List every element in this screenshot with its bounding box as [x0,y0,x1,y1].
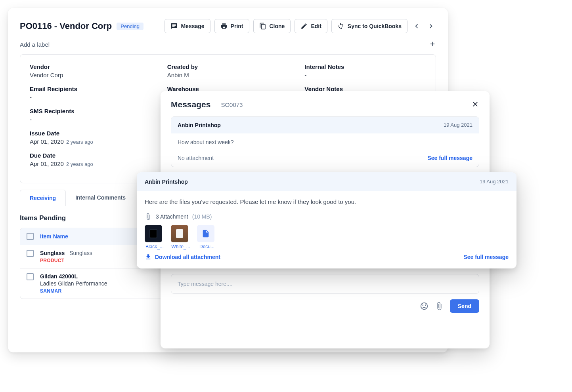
file-icon [201,229,210,238]
tab-receiving[interactable]: Receiving [20,190,66,206]
send-button[interactable]: Send [450,299,479,313]
edit-button[interactable]: Edit [295,19,327,33]
clone-icon [259,23,266,30]
col-item-name[interactable]: Item Name [40,233,68,240]
createdby-value: Anbin M [167,72,289,78]
plus-icon [429,40,436,48]
item-tag: PRODUCT [40,258,92,263]
sync-quickbooks-button[interactable]: Sync to QuickBooks [331,19,407,33]
item-name: Sunglass [40,250,65,256]
edit-icon [300,23,308,30]
messages-ref: SO0073 [221,101,243,108]
item-tag: SANMAR [40,288,107,294]
attachment-thumb[interactable] [197,225,214,242]
paperclip-icon [145,213,152,220]
full-message-body: Here are the files you've requested. Ple… [145,198,509,205]
issue-label: Issue Date [30,130,151,137]
close-button[interactable] [471,100,479,109]
due-label: Due Date [30,152,151,159]
full-message-card: Anbin Printshop 19 Aug 2021 Here are the… [137,172,517,268]
attachment-thumbs: Black_... White_... Docu... [145,225,509,249]
sms-value: - [30,116,151,123]
print-button[interactable]: Print [214,19,249,33]
message-card: Anbin Printshop 19 Aug 2021 How about ne… [171,116,479,167]
vendor-value: Vendor Corp [30,72,151,78]
issue-value: Apr 01, 20202 years ago [30,138,151,145]
prev-button[interactable] [411,19,422,33]
email-value: - [30,94,151,101]
createdby-label: Created by [167,63,289,70]
full-message-date: 19 Aug 2021 [480,179,509,185]
chevron-left-icon [412,22,421,30]
print-icon [220,23,228,30]
toolbar: Message Print Clone Edit Sync to QuickBo… [165,19,436,33]
sms-label: SMS Recipients [30,108,151,114]
download-icon [145,253,152,261]
close-icon [471,100,479,108]
sync-icon [337,23,344,30]
email-label: Email Recipients [30,86,151,92]
message-body: How about next week? [171,133,479,151]
attachment-thumb[interactable] [145,225,162,242]
po-title: PO0116 - Vendor Corp [20,21,112,31]
status-badge: Pending [117,23,143,30]
compose-placeholder: Type message here.... [178,281,233,287]
attachment-summary: 3 Attachment (10 MB) [145,213,509,220]
download-all-link[interactable]: Download all attachment [155,254,220,260]
attachment-name[interactable]: Docu... [197,244,217,249]
message-icon [170,23,178,30]
messages-title: Messages [171,100,210,109]
select-all-checkbox[interactable] [27,233,34,240]
clone-button[interactable]: Clone [253,19,291,33]
internalnotes-value: - [304,72,426,78]
add-label-button[interactable] [429,40,436,49]
attachment-icon[interactable] [435,302,444,310]
messages-header: Messages SO0073 [171,100,479,109]
due-value: Apr 01, 20202 years ago [30,160,151,167]
message-date: 19 Aug 2021 [444,122,473,128]
message-button[interactable]: Message [165,19,210,33]
tab-internal-comments[interactable]: Internal Comments [66,190,135,206]
item-sub: Sunglass [69,250,92,256]
attachment-thumb[interactable] [171,225,188,242]
attachment-name[interactable]: Black_... [145,244,165,249]
compose-box[interactable]: Type message here.... [171,274,479,294]
see-full-message-link[interactable]: See full message [427,155,473,161]
row-checkbox[interactable] [27,250,34,257]
next-button[interactable] [426,19,436,33]
message-noattach: No attachment [178,155,214,161]
row-checkbox[interactable] [27,273,34,280]
chevron-right-icon [427,22,435,30]
label-row: Add a label [20,40,436,49]
emoji-icon[interactable] [420,302,429,310]
add-label-text[interactable]: Add a label [20,41,50,48]
attachment-name[interactable]: White_... [171,244,191,249]
compose-actions: Send [171,299,479,313]
message-from: Anbin Printshop [178,122,221,128]
full-message-from: Anbin Printshop [145,179,188,185]
item-desc: Ladies Gildan Performance [40,280,107,287]
po-header: PO0116 - Vendor Corp Pending Message Pri… [20,19,436,33]
vendor-label: Vendor [30,63,151,70]
see-full-message-link[interactable]: See full message [463,254,509,260]
item-name: Gildan 42000L [40,273,78,280]
internalnotes-label: Internal Notes [304,63,426,70]
